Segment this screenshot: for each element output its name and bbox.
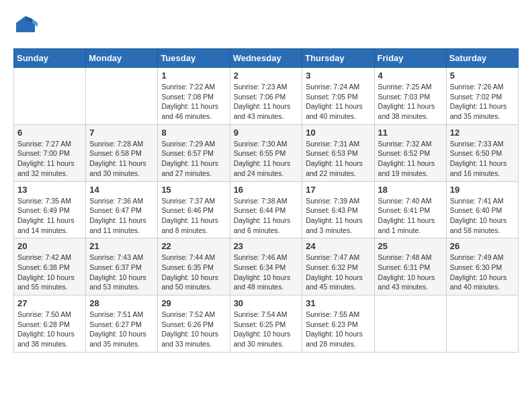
calendar-cell: 29Sunrise: 7:52 AMSunset: 6:26 PMDayligh… xyxy=(158,295,230,353)
calendar-cell: 7Sunrise: 7:28 AMSunset: 6:58 PMDaylight… xyxy=(86,124,158,181)
day-info: Sunrise: 7:23 AMSunset: 7:06 PMDaylight:… xyxy=(234,82,299,122)
day-info: Sunrise: 7:47 AMSunset: 6:32 PMDaylight:… xyxy=(306,253,370,292)
day-number: 1 xyxy=(161,71,226,81)
day-number: 31 xyxy=(306,298,370,308)
day-info: Sunrise: 7:44 AMSunset: 6:35 PMDaylight:… xyxy=(161,253,226,292)
day-number: 21 xyxy=(89,241,154,251)
day-number: 26 xyxy=(450,241,515,251)
day-info: Sunrise: 7:39 AMSunset: 6:43 PMDaylight:… xyxy=(306,196,370,236)
day-info: Sunrise: 7:52 AMSunset: 6:26 PMDaylight:… xyxy=(161,310,226,349)
day-info: Sunrise: 7:30 AMSunset: 6:55 PMDaylight:… xyxy=(234,139,299,179)
day-info: Sunrise: 7:48 AMSunset: 6:31 PMDaylight:… xyxy=(378,253,443,292)
calendar-cell: 12Sunrise: 7:33 AMSunset: 6:50 PMDayligh… xyxy=(446,124,518,181)
day-number: 11 xyxy=(378,128,443,138)
day-info: Sunrise: 7:33 AMSunset: 6:50 PMDaylight:… xyxy=(450,139,515,179)
calendar-cell xyxy=(86,68,158,125)
calendar-cell xyxy=(374,295,446,353)
calendar: SundayMondayTuesdayWednesdayThursdayFrid… xyxy=(13,48,519,353)
day-info: Sunrise: 7:35 AMSunset: 6:49 PMDaylight:… xyxy=(17,196,82,236)
header-day-tuesday: Tuesday xyxy=(158,49,230,68)
calendar-cell: 1Sunrise: 7:22 AMSunset: 7:08 PMDaylight… xyxy=(158,68,230,125)
day-number: 3 xyxy=(306,71,370,81)
day-number: 22 xyxy=(161,241,226,251)
calendar-body: 1Sunrise: 7:22 AMSunset: 7:08 PMDaylight… xyxy=(14,68,519,353)
day-number: 30 xyxy=(234,298,299,308)
calendar-cell: 17Sunrise: 7:39 AMSunset: 6:43 PMDayligh… xyxy=(302,181,374,238)
day-number: 2 xyxy=(234,71,299,81)
calendar-cell: 20Sunrise: 7:42 AMSunset: 6:38 PMDayligh… xyxy=(14,238,86,295)
day-info: Sunrise: 7:51 AMSunset: 6:27 PMDaylight:… xyxy=(89,310,154,349)
calendar-cell: 28Sunrise: 7:51 AMSunset: 6:27 PMDayligh… xyxy=(86,295,158,353)
day-number: 4 xyxy=(378,71,443,81)
week-row-2: 6Sunrise: 7:27 AMSunset: 7:00 PMDaylight… xyxy=(14,124,519,181)
calendar-cell: 14Sunrise: 7:36 AMSunset: 6:47 PMDayligh… xyxy=(86,181,158,238)
calendar-cell: 27Sunrise: 7:50 AMSunset: 6:28 PMDayligh… xyxy=(14,295,86,353)
calendar-cell xyxy=(14,68,86,125)
calendar-cell: 19Sunrise: 7:41 AMSunset: 6:40 PMDayligh… xyxy=(446,181,518,238)
day-info: Sunrise: 7:49 AMSunset: 6:30 PMDaylight:… xyxy=(450,253,515,292)
calendar-cell: 15Sunrise: 7:37 AMSunset: 6:46 PMDayligh… xyxy=(158,181,230,238)
calendar-cell: 22Sunrise: 7:44 AMSunset: 6:35 PMDayligh… xyxy=(158,238,230,295)
calendar-cell: 10Sunrise: 7:31 AMSunset: 6:53 PMDayligh… xyxy=(302,124,374,181)
day-info: Sunrise: 7:40 AMSunset: 6:41 PMDaylight:… xyxy=(378,196,443,236)
calendar-cell: 11Sunrise: 7:32 AMSunset: 6:52 PMDayligh… xyxy=(374,124,446,181)
week-row-5: 27Sunrise: 7:50 AMSunset: 6:28 PMDayligh… xyxy=(14,295,519,353)
day-number: 27 xyxy=(17,298,82,308)
day-number: 7 xyxy=(89,128,154,138)
day-info: Sunrise: 7:25 AMSunset: 7:03 PMDaylight:… xyxy=(378,82,443,122)
calendar-cell: 21Sunrise: 7:43 AMSunset: 6:37 PMDayligh… xyxy=(86,238,158,295)
day-info: Sunrise: 7:41 AMSunset: 6:40 PMDaylight:… xyxy=(450,196,515,236)
day-number: 28 xyxy=(89,298,154,308)
day-info: Sunrise: 7:32 AMSunset: 6:52 PMDaylight:… xyxy=(378,139,443,179)
day-number: 18 xyxy=(378,185,443,195)
day-number: 9 xyxy=(234,128,299,138)
calendar-cell: 16Sunrise: 7:38 AMSunset: 6:44 PMDayligh… xyxy=(230,181,302,238)
header-day-wednesday: Wednesday xyxy=(230,49,302,68)
day-info: Sunrise: 7:54 AMSunset: 6:25 PMDaylight:… xyxy=(234,310,299,349)
header-day-sunday: Sunday xyxy=(14,49,86,68)
day-info: Sunrise: 7:26 AMSunset: 7:02 PMDaylight:… xyxy=(450,82,515,122)
logo xyxy=(13,13,40,38)
calendar-cell: 26Sunrise: 7:49 AMSunset: 6:30 PMDayligh… xyxy=(446,238,518,295)
header-day-saturday: Saturday xyxy=(446,49,518,68)
calendar-cell: 3Sunrise: 7:24 AMSunset: 7:05 PMDaylight… xyxy=(302,68,374,125)
day-number: 17 xyxy=(306,185,370,195)
calendar-cell: 18Sunrise: 7:40 AMSunset: 6:41 PMDayligh… xyxy=(374,181,446,238)
day-info: Sunrise: 7:22 AMSunset: 7:08 PMDaylight:… xyxy=(161,82,226,122)
header-day-monday: Monday xyxy=(86,49,158,68)
day-number: 25 xyxy=(378,241,443,251)
day-info: Sunrise: 7:29 AMSunset: 6:57 PMDaylight:… xyxy=(161,139,226,179)
day-number: 15 xyxy=(161,185,226,195)
calendar-cell: 9Sunrise: 7:30 AMSunset: 6:55 PMDaylight… xyxy=(230,124,302,181)
day-number: 20 xyxy=(17,241,82,251)
day-number: 8 xyxy=(161,128,226,138)
day-info: Sunrise: 7:36 AMSunset: 6:47 PMDaylight:… xyxy=(89,196,154,236)
day-number: 24 xyxy=(306,241,370,251)
calendar-cell: 25Sunrise: 7:48 AMSunset: 6:31 PMDayligh… xyxy=(374,238,446,295)
calendar-cell: 6Sunrise: 7:27 AMSunset: 7:00 PMDaylight… xyxy=(14,124,86,181)
calendar-cell: 5Sunrise: 7:26 AMSunset: 7:02 PMDaylight… xyxy=(446,68,518,125)
calendar-cell: 13Sunrise: 7:35 AMSunset: 6:49 PMDayligh… xyxy=(14,181,86,238)
day-info: Sunrise: 7:38 AMSunset: 6:44 PMDaylight:… xyxy=(234,196,299,236)
day-info: Sunrise: 7:55 AMSunset: 6:23 PMDaylight:… xyxy=(306,310,370,349)
day-info: Sunrise: 7:46 AMSunset: 6:34 PMDaylight:… xyxy=(234,253,299,292)
day-info: Sunrise: 7:24 AMSunset: 7:05 PMDaylight:… xyxy=(306,82,370,122)
day-number: 12 xyxy=(450,128,515,138)
calendar-cell: 4Sunrise: 7:25 AMSunset: 7:03 PMDaylight… xyxy=(374,68,446,125)
header-day-thursday: Thursday xyxy=(302,49,374,68)
day-number: 29 xyxy=(161,298,226,308)
day-number: 10 xyxy=(306,128,370,138)
week-row-3: 13Sunrise: 7:35 AMSunset: 6:49 PMDayligh… xyxy=(14,181,519,238)
week-row-1: 1Sunrise: 7:22 AMSunset: 7:08 PMDaylight… xyxy=(14,68,519,125)
header-day-friday: Friday xyxy=(374,49,446,68)
day-info: Sunrise: 7:31 AMSunset: 6:53 PMDaylight:… xyxy=(306,139,370,179)
day-number: 19 xyxy=(450,185,515,195)
day-number: 14 xyxy=(89,185,154,195)
day-info: Sunrise: 7:28 AMSunset: 6:58 PMDaylight:… xyxy=(89,139,154,179)
day-info: Sunrise: 7:37 AMSunset: 6:46 PMDaylight:… xyxy=(161,196,226,236)
calendar-cell: 2Sunrise: 7:23 AMSunset: 7:06 PMDaylight… xyxy=(230,68,302,125)
day-number: 23 xyxy=(234,241,299,251)
day-number: 13 xyxy=(17,185,82,195)
calendar-cell: 31Sunrise: 7:55 AMSunset: 6:23 PMDayligh… xyxy=(302,295,374,353)
day-info: Sunrise: 7:43 AMSunset: 6:37 PMDaylight:… xyxy=(89,253,154,292)
